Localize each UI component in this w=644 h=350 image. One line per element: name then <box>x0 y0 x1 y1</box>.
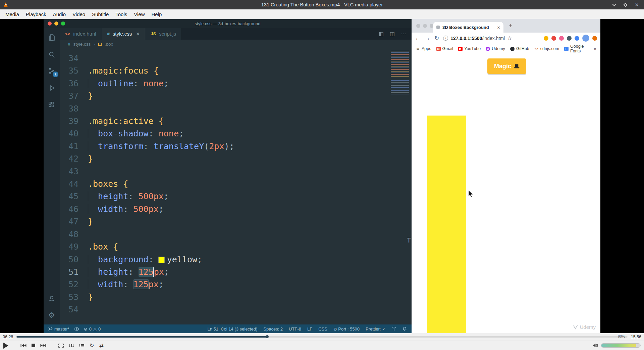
bookmark-apps[interactable]: ⊞Apps <box>416 46 431 51</box>
mac-minimize-button[interactable] <box>423 24 427 28</box>
bookmark-cdnjs-com[interactable]: <>cdnjs.com <box>534 46 559 51</box>
menu-tools[interactable]: Tools <box>112 10 130 18</box>
status-item-prettier-[interactable]: Prettier: ✓ <box>366 326 386 332</box>
breadcrumb[interactable]: # style.css › .box <box>60 40 412 49</box>
code-line-38[interactable]: 38 <box>64 102 412 115</box>
code-line-44[interactable]: 44.boxes { <box>64 178 412 190</box>
extensions-icon[interactable] <box>47 100 56 109</box>
status-item--port-5500[interactable]: ⊘ Port : 5500 <box>333 326 360 332</box>
bookmark-udemy[interactable]: UUdemy <box>486 46 505 51</box>
breadcrumb-file[interactable]: style.css <box>73 42 91 47</box>
mac-minimize-button[interactable] <box>54 21 58 26</box>
code-line-54[interactable]: 54 <box>64 303 412 316</box>
mac-zoom-button[interactable] <box>61 21 65 26</box>
playlist-button[interactable] <box>79 344 85 348</box>
settings-gear-icon[interactable]: ⚙ <box>47 311 56 320</box>
code-line-47[interactable]: 47} <box>64 215 412 228</box>
menu-view[interactable]: View <box>130 10 148 18</box>
split-editor-icon[interactable]: ◫ <box>390 31 395 37</box>
editor-tab-index-html[interactable]: <>index.html <box>60 28 102 40</box>
next-button[interactable] <box>40 344 46 347</box>
close-button[interactable]: × <box>635 2 639 8</box>
video-display[interactable]: style.css — 3d-boxes-background 3 <box>0 19 644 333</box>
code-line-52[interactable]: 52 width: 125px; <box>64 278 412 291</box>
shuffle-button[interactable]: ⇄ <box>99 343 103 348</box>
code-line-42[interactable]: 42} <box>64 152 412 165</box>
radio-tower-icon[interactable] <box>392 326 396 331</box>
back-button[interactable]: ← <box>415 35 421 41</box>
source-control-icon[interactable]: 3 <box>47 67 56 76</box>
stop-button[interactable] <box>32 344 35 347</box>
speaker-icon[interactable] <box>593 343 598 348</box>
play-button[interactable] <box>3 343 8 349</box>
editor-tab-script-js[interactable]: JSscript.js <box>145 28 182 40</box>
extension-icon-dark[interactable] <box>567 36 572 41</box>
magic-button[interactable]: Magic <box>487 58 526 74</box>
menu-playback[interactable]: Playback <box>22 10 50 18</box>
code-line-43[interactable]: 43 <box>64 165 412 178</box>
run-debug-icon[interactable] <box>47 84 56 92</box>
menu-audio[interactable]: Audio <box>50 10 69 18</box>
close-tab-icon[interactable]: × <box>497 25 500 30</box>
close-tab-icon[interactable]: × <box>136 31 140 37</box>
bookmark-youtube[interactable]: ▶YouTube <box>458 46 481 51</box>
code-line-53[interactable]: 53} <box>64 291 412 303</box>
code-line-34[interactable]: 34 <box>64 52 412 64</box>
code-line-45[interactable]: 45 height: 500px; <box>64 190 412 203</box>
code-line-41[interactable]: 41 transform: translateY(2px); <box>64 140 412 152</box>
bookmark-star-icon[interactable]: ☆ <box>507 35 512 41</box>
previous-button[interactable] <box>20 344 26 347</box>
maximize-button[interactable] <box>624 3 628 7</box>
forward-button[interactable]: → <box>425 35 430 41</box>
new-tab-button[interactable]: + <box>509 23 513 30</box>
code-line-51[interactable]: 51 height: 125px; <box>64 266 412 278</box>
menu-help[interactable]: Help <box>148 10 165 18</box>
code-line-40[interactable]: 40 box-shadow: none; <box>64 127 412 140</box>
bookmark-gmail[interactable]: MGmail <box>436 46 453 51</box>
address-bar[interactable]: i 127.0.0.1:5500/index.html ☆ <box>443 35 540 41</box>
extension-icon-pink[interactable] <box>559 36 564 41</box>
code-line-50[interactable]: 50 background: yellow; <box>64 253 412 266</box>
status-item-ln-51-col-14-3-selec[interactable]: Ln 51, Col 14 (3 selected) <box>207 326 257 332</box>
account-icon[interactable] <box>47 294 56 303</box>
code-line-37[interactable]: 37} <box>64 90 412 102</box>
seek-handle[interactable] <box>266 335 269 338</box>
bookmark-google-fonts[interactable]: FGoogle Fonts <box>564 44 589 53</box>
site-info-icon[interactable]: i <box>443 36 448 41</box>
more-actions-icon[interactable]: ⋯ <box>401 31 406 37</box>
reload-button[interactable]: ↻ <box>434 35 439 41</box>
profile-avatar[interactable] <box>582 35 589 42</box>
status-item-lf[interactable]: LF <box>307 326 312 332</box>
code-line-46[interactable]: 46 width: 500px; <box>64 203 412 215</box>
extension-icon-yellow[interactable] <box>544 36 548 41</box>
code-line-35[interactable]: 35.magic:focus { <box>64 64 412 77</box>
volume-slider[interactable] <box>601 343 641 348</box>
mac-close-button[interactable] <box>416 24 420 28</box>
bell-icon[interactable] <box>402 326 407 331</box>
loop-button[interactable]: ↻ <box>90 343 94 348</box>
code-line-49[interactable]: 49.box { <box>64 240 412 253</box>
extension-icon-red[interactable] <box>551 36 556 41</box>
bookmarks-overflow-icon[interactable]: » <box>594 46 596 51</box>
code-editor[interactable]: 3435.magic:focus {36 outline: none;37}38… <box>60 49 412 324</box>
browser-tab[interactable]: 3D Boxes Background × <box>433 22 503 33</box>
extension-icon-blue[interactable] <box>575 36 579 41</box>
fullscreen-button[interactable] <box>58 344 64 348</box>
mac-close-button[interactable] <box>48 21 52 26</box>
eye-icon[interactable] <box>74 327 79 331</box>
git-branch-indicator[interactable]: master* <box>48 326 69 332</box>
code-line-39[interactable]: 39.magic:active { <box>64 115 412 127</box>
search-icon[interactable] <box>47 50 56 59</box>
minimize-button[interactable] <box>612 2 617 6</box>
code-line-48[interactable]: 48 <box>64 228 412 240</box>
status-item-css[interactable]: CSS <box>318 326 327 332</box>
open-changes-icon[interactable]: ◧ <box>379 31 384 37</box>
menu-subtitle[interactable]: Subtitle <box>89 10 112 18</box>
menu-media[interactable]: Media <box>2 10 22 18</box>
explorer-icon[interactable] <box>47 33 56 42</box>
menu-video[interactable]: Video <box>69 10 89 18</box>
update-indicator[interactable] <box>592 36 597 41</box>
extended-settings-button[interactable] <box>69 344 74 348</box>
status-item-utf-8[interactable]: UTF-8 <box>289 326 301 332</box>
status-item-spaces-2[interactable]: Spaces: 2 <box>263 326 283 332</box>
